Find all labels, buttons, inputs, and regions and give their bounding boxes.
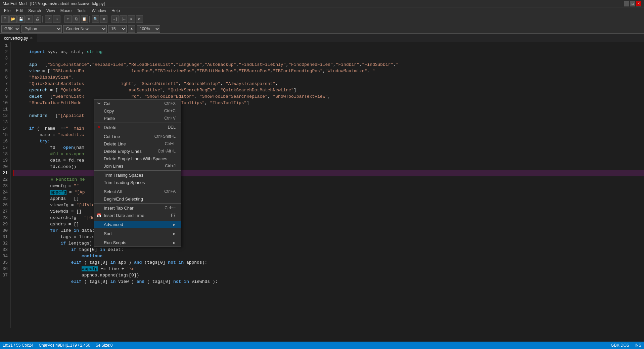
ctx-run-scripts-label: Run Scripts [104, 240, 126, 245]
status-ins: INS [635, 343, 641, 348]
status-charpos: CharPos:49BH|1,179 / 2,450 [39, 343, 90, 348]
ctx-insert-datetime-shortcut: F7 [171, 213, 176, 218]
ctx-delete-line-label: Delete Line [104, 141, 126, 146]
encoding-select[interactable]: GBK [1, 25, 20, 33]
ctx-run-scripts[interactable]: Run Scripts ▶ [94, 239, 181, 246]
ctx-sep-2 [94, 132, 181, 132]
ctx-copy-label: Copy [104, 108, 114, 114]
language-select[interactable]: Python [21, 25, 62, 33]
code-line-3: app = ["SingleInstance","ReloadFiles","R… [13, 55, 644, 61]
submenu-arrow-advanced: ▶ [173, 223, 176, 226]
ctx-insert-datetime-label: Insert Date and Time [104, 213, 144, 218]
ctx-delete-empty-spaces-label: Delete Empty Lines With Spaces [104, 156, 167, 161]
uncomment-button[interactable]: ∅ [136, 15, 143, 23]
ctx-select-all[interactable]: Select All Ctrl+A [94, 188, 181, 195]
code-line-9: "ShowToolbarEditMode SearchBarOnStart", … [13, 93, 644, 100]
ctx-trim-leading-label: Trim Leading Spaces [104, 180, 145, 185]
window-controls[interactable]: — □ ✕ [624, 1, 641, 6]
open-button[interactable]: 📂 [9, 15, 17, 23]
replace-button[interactable]: ⇄ [100, 15, 107, 23]
print-button[interactable]: 🖨 [34, 15, 41, 23]
ctx-trim-leading[interactable]: Trim Leading Spaces [94, 179, 181, 186]
cut-icon: ✂ [96, 101, 102, 106]
ctx-sep-1 [94, 123, 181, 123]
submenu-arrow-sort: ▶ [173, 232, 176, 235]
comment-button[interactable]: # [128, 15, 135, 23]
ctx-cut-line-label: Cut Line [104, 134, 120, 139]
ctx-begin-end-select-label: Begin/End Selecting [104, 197, 143, 202]
close-button[interactable]: ✕ [636, 1, 641, 6]
minimize-button[interactable]: — [624, 1, 629, 6]
ctx-cut-line-shortcut: Ctrl+Shift+L [154, 134, 176, 139]
ctx-delete-shortcut: DEL [168, 125, 176, 130]
ctx-advanced[interactable]: Advanced ▶ [94, 221, 181, 228]
save-button[interactable]: 💾 [17, 15, 25, 23]
ctx-sep-3 [94, 170, 181, 171]
code-line-34: elif ( tags[0] in app ) and (tags[0] not… [13, 253, 644, 259]
menu-window[interactable]: Window [89, 7, 109, 14]
toolbar: 🗋 📂 💾 ⊞ 🖨 ↩ ↪ ✂ ⎘ 📋 🔍 ⇄ →| |← # ∅ [0, 14, 644, 24]
code-line-35: appcfg += line + '\n' [13, 259, 644, 266]
menu-bar: File Edit Search View Macro Tools Window… [0, 7, 644, 14]
ctx-cut[interactable]: ✂ Cut Ctrl+X [94, 100, 181, 107]
delete-icon: ✕ [96, 125, 102, 130]
tab-close-button[interactable]: ✕ [30, 36, 33, 40]
sep2 [62, 16, 63, 23]
code-line-33: continue [13, 247, 644, 253]
toolbar2: GBK Python Courier New 15 ▲ 100% [0, 24, 644, 34]
find-button[interactable]: 🔍 [92, 15, 99, 23]
ctx-advanced-label: Advanced [104, 222, 123, 227]
tab-bar: convertcfg.py ✕ [0, 34, 644, 42]
sep4 [109, 16, 110, 23]
ctx-copy[interactable]: Copy Ctrl+C [94, 107, 181, 115]
new-button[interactable]: 🗋 [1, 15, 9, 23]
code-area[interactable]: import sys, os, stat, string app = ["Sin… [11, 42, 644, 328]
menu-tools[interactable]: Tools [74, 7, 89, 14]
ctx-sort[interactable]: Sort ▶ [94, 230, 181, 237]
ctx-paste-label: Paste [104, 116, 115, 121]
paste-button[interactable]: 📋 [81, 15, 88, 23]
editor-container: 1 2 3 4 5 6 7 8 9 10 11 12 13 14 15 16 1… [0, 42, 644, 328]
zoom-select[interactable]: 100% [137, 25, 160, 33]
font-size-up[interactable]: ▲ [128, 25, 135, 33]
menu-help[interactable]: Help [109, 7, 123, 14]
copy-button[interactable]: ⎘ [73, 15, 80, 23]
undo-button[interactable]: ↩ [45, 15, 52, 23]
redo-button[interactable]: ↪ [53, 15, 60, 23]
ctx-join-lines[interactable]: Join Lines Ctrl+J [94, 162, 181, 170]
ctx-insert-tab[interactable]: Insert Tab Char Ctrl+~ [94, 204, 181, 212]
ctx-delete[interactable]: ✕ Delete DEL [94, 124, 181, 131]
indent-button[interactable]: →| [111, 15, 119, 23]
ctx-delete-empty-spaces[interactable]: Delete Empty Lines With Spaces [94, 155, 181, 162]
menu-search[interactable]: Search [26, 7, 44, 14]
ctx-delete-line[interactable]: Delete Line Ctrl+L [94, 140, 181, 147]
ctx-select-all-shortcut: Ctrl+A [164, 189, 176, 194]
calendar-icon: 📅 [96, 213, 102, 218]
title-bar: MadEdit-Mod - [D:\Programs\madedit-mod\c… [0, 0, 644, 7]
status-bar: Ln:21 / 55 Col:24 CharPos:49BH|1,179 / 2… [0, 342, 644, 349]
save-all-button[interactable]: ⊞ [26, 15, 33, 23]
menu-view[interactable]: View [44, 7, 58, 14]
status-selsize: SelSize:0 [96, 343, 113, 348]
ctx-begin-end-select[interactable]: Begin/End Selecting [94, 195, 181, 203]
font-select[interactable]: Courier New [63, 25, 107, 33]
ctx-insert-datetime[interactable]: 📅 Insert Date and Time F7 [94, 212, 181, 219]
outdent-button[interactable]: |← [120, 15, 127, 23]
status-encoding: GBK.DOS [611, 343, 629, 348]
maximize-button[interactable]: □ [630, 1, 635, 6]
menu-file[interactable]: File [1, 7, 13, 14]
ctx-trim-trailing[interactable]: Trim Trailing Spaces [94, 171, 181, 179]
code-line-5: "MaxDisplaySize", [13, 68, 644, 74]
menu-macro[interactable]: Macro [58, 7, 74, 14]
font-size-select[interactable]: 15 [108, 25, 127, 33]
cut-button[interactable]: ✂ [64, 15, 72, 23]
line-numbers: 1 2 3 4 5 6 7 8 9 10 11 12 13 14 15 16 1… [0, 42, 11, 328]
tab-convertcfg[interactable]: convertcfg.py ✕ [0, 34, 37, 42]
menu-edit[interactable]: Edit [13, 7, 26, 14]
ctx-cut-line[interactable]: Cut Line Ctrl+Shift+L [94, 133, 181, 140]
ctx-delete-empty-lines[interactable]: Delete Empty Lines Ctrl+Alt+L [94, 147, 181, 155]
ctx-copy-shortcut: Ctrl+C [164, 108, 176, 113]
code-line-1: import sys, os, stat, string [13, 42, 644, 49]
status-ln-col: Ln:21 / 55 Col:24 [3, 343, 33, 348]
ctx-paste[interactable]: Paste Ctrl+V [94, 115, 181, 122]
